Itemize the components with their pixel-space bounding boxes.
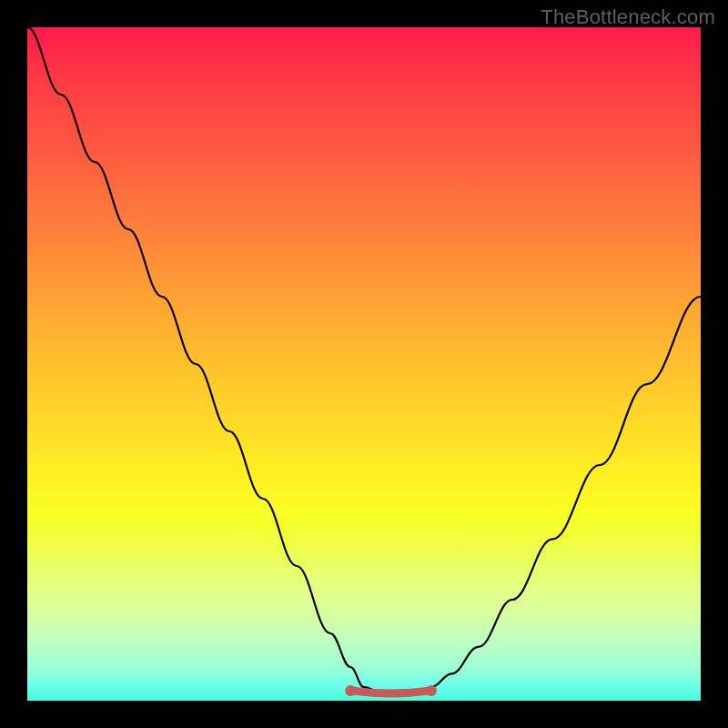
watermark-text: TheBottleneck.com <box>541 5 715 29</box>
plot-area <box>27 27 701 701</box>
curve-layer <box>27 27 701 701</box>
bottleneck-curve <box>27 27 701 694</box>
chart-container: TheBottleneck.com <box>0 0 728 728</box>
trough-dot-left <box>345 685 356 696</box>
trough-marker <box>350 691 431 693</box>
trough-dot-right <box>426 685 437 696</box>
